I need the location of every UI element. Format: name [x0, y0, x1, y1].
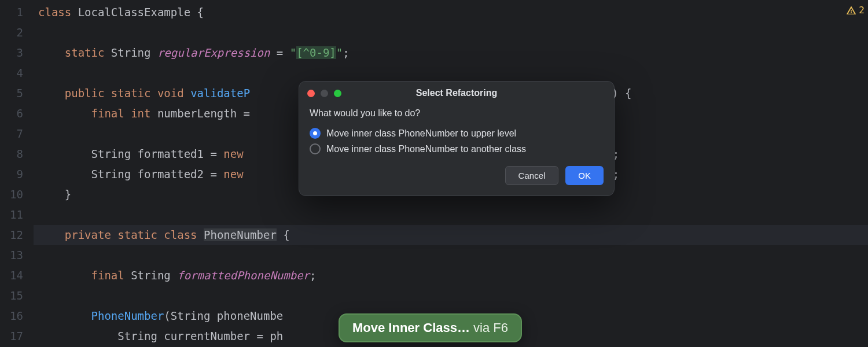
window-controls	[307, 90, 341, 97]
line-number: 8	[0, 144, 23, 164]
line-number: 9	[0, 164, 23, 184]
line-number: 13	[0, 245, 23, 265]
code-line[interactable]	[34, 205, 868, 225]
code-line[interactable]: class LocalClassExample {	[34, 2, 868, 23]
action-hint-pill: Move Inner Class… via F6	[339, 313, 522, 342]
refactoring-dialog: Select Refactoring What would you like t…	[299, 81, 615, 196]
code-line[interactable]: final String formattedPhoneNumber;	[34, 265, 868, 286]
radio-icon[interactable]	[310, 128, 321, 139]
line-number: 2	[0, 23, 23, 43]
warning-icon	[846, 5, 856, 16]
line-number: 3	[0, 43, 23, 63]
maximize-icon[interactable]	[334, 90, 341, 97]
radio-icon[interactable]	[310, 143, 321, 154]
line-number-gutter: 1 2 3 4 5 6 7 8 9 10 11 12 13 14 15 16 1…	[0, 0, 34, 347]
ok-button[interactable]: OK	[565, 166, 604, 185]
cancel-button[interactable]: Cancel	[505, 166, 559, 185]
line-number: 6	[0, 104, 23, 124]
hint-action: Move Inner Class…	[352, 320, 470, 335]
dialog-titlebar[interactable]: Select Refactoring	[299, 82, 614, 105]
line-number: 15	[0, 286, 23, 306]
line-number: 4	[0, 63, 23, 83]
close-icon[interactable]	[307, 90, 315, 97]
dialog-buttons: Cancel OK	[310, 166, 604, 185]
code-line[interactable]	[34, 63, 868, 83]
code-line[interactable]	[34, 286, 868, 306]
line-number: 1	[0, 2, 23, 23]
radio-option-another-class[interactable]: Move inner class PhoneNumber to another …	[310, 141, 604, 157]
radio-option-upper-level[interactable]: Move inner class PhoneNumber to upper le…	[310, 125, 604, 141]
line-number: 5	[0, 83, 23, 104]
radio-label: Move inner class PhoneNumber to another …	[326, 144, 526, 154]
minimize-icon[interactable]	[321, 90, 328, 97]
hint-shortcut: via F6	[470, 320, 508, 335]
line-number: 17	[0, 326, 23, 346]
warning-count: 2	[859, 5, 865, 16]
dialog-prompt: What would you like to do?	[310, 108, 604, 119]
line-number: 16	[0, 306, 23, 326]
code-line[interactable]	[34, 23, 868, 43]
line-number: 10	[0, 184, 23, 205]
line-number: 7	[0, 124, 23, 144]
code-line[interactable]: static String regularExpression = "[^0-9…	[34, 43, 868, 63]
dialog-body: What would you like to do? Move inner cl…	[299, 105, 614, 195]
line-number: 12	[0, 225, 23, 245]
code-line[interactable]: private static class PhoneNumber {	[34, 225, 868, 245]
radio-label: Move inner class PhoneNumber to upper le…	[326, 128, 516, 139]
dialog-title: Select Refactoring	[299, 88, 614, 98]
code-line[interactable]	[34, 245, 868, 265]
line-number: 11	[0, 205, 23, 225]
warning-badge[interactable]: 2	[846, 5, 865, 16]
line-number: 14	[0, 265, 23, 286]
